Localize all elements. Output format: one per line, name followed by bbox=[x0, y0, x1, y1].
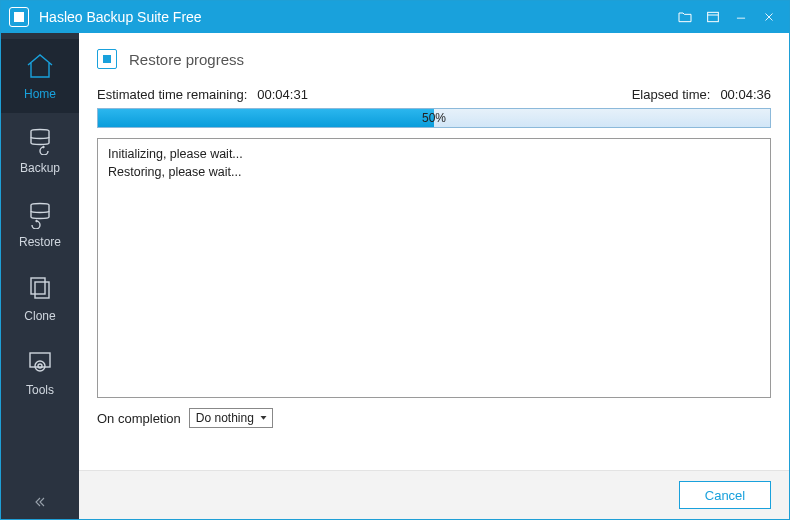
sidebar: Home Backup Restore Clone Tools bbox=[1, 33, 79, 519]
completion-row: On completion Do nothing bbox=[97, 398, 771, 440]
completion-label: On completion bbox=[97, 411, 181, 426]
progress-percent: 50% bbox=[422, 111, 446, 125]
page-header: Restore progress bbox=[79, 33, 789, 79]
home-icon bbox=[1, 49, 79, 83]
app-title: Hasleo Backup Suite Free bbox=[39, 9, 202, 25]
restore-progress-icon bbox=[97, 49, 117, 69]
restore-icon bbox=[1, 197, 79, 231]
sidebar-item-label: Backup bbox=[1, 161, 79, 175]
log-line: Initializing, please wait... bbox=[108, 145, 760, 163]
tools-icon bbox=[1, 345, 79, 379]
svg-rect-6 bbox=[35, 282, 49, 298]
svg-marker-10 bbox=[260, 416, 266, 420]
backup-icon bbox=[1, 123, 79, 157]
progress-fill bbox=[98, 109, 434, 127]
sidebar-item-label: Tools bbox=[1, 383, 79, 397]
svg-point-8 bbox=[35, 361, 45, 371]
open-log-icon[interactable] bbox=[671, 3, 699, 31]
eta-label: Estimated time remaining: bbox=[97, 87, 247, 102]
titlebar: Hasleo Backup Suite Free bbox=[1, 1, 789, 33]
cancel-button-label: Cancel bbox=[705, 488, 745, 503]
svg-rect-0 bbox=[708, 12, 719, 21]
sidebar-item-label: Restore bbox=[1, 235, 79, 249]
content-area: Restore progress Estimated time remainin… bbox=[79, 33, 789, 519]
app-logo-icon bbox=[9, 7, 29, 27]
sidebar-item-clone[interactable]: Clone bbox=[1, 261, 79, 335]
elapsed-label: Elapsed time: bbox=[632, 87, 711, 102]
elapsed-value: 00:04:36 bbox=[720, 87, 771, 102]
page-title: Restore progress bbox=[129, 51, 244, 68]
time-row: Estimated time remaining: 00:04:31 Elaps… bbox=[97, 87, 771, 102]
eta-value: 00:04:31 bbox=[257, 87, 308, 102]
chevron-down-icon bbox=[259, 411, 268, 425]
clone-icon bbox=[1, 271, 79, 305]
svg-point-9 bbox=[38, 364, 42, 368]
svg-rect-5 bbox=[31, 278, 45, 294]
sidebar-item-label: Home bbox=[1, 87, 79, 101]
sidebar-item-home[interactable]: Home bbox=[1, 39, 79, 113]
close-button[interactable] bbox=[755, 3, 783, 31]
svg-rect-7 bbox=[30, 353, 50, 367]
completion-selected: Do nothing bbox=[196, 411, 254, 425]
log-line: Restoring, please wait... bbox=[108, 163, 760, 181]
minimize-button[interactable] bbox=[727, 3, 755, 31]
completion-select[interactable]: Do nothing bbox=[189, 408, 273, 428]
footer: Cancel bbox=[79, 470, 789, 519]
sidebar-item-tools[interactable]: Tools bbox=[1, 335, 79, 409]
sidebar-item-restore[interactable]: Restore bbox=[1, 187, 79, 261]
progress-bar: 50% bbox=[97, 108, 771, 128]
log-box: Initializing, please wait...Restoring, p… bbox=[97, 138, 771, 398]
sidebar-item-label: Clone bbox=[1, 309, 79, 323]
sidebar-collapse-button[interactable] bbox=[1, 485, 79, 519]
sidebar-item-backup[interactable]: Backup bbox=[1, 113, 79, 187]
window-layout-icon[interactable] bbox=[699, 3, 727, 31]
cancel-button[interactable]: Cancel bbox=[679, 481, 771, 509]
